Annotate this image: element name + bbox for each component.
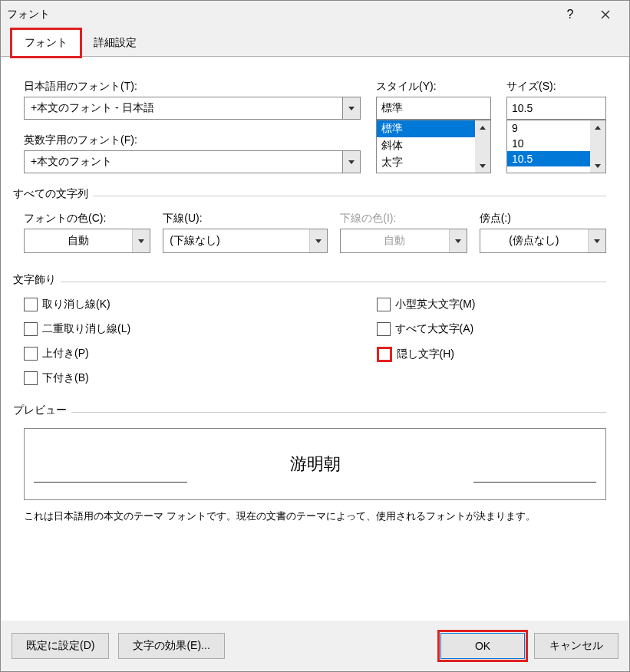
jp-font-dropdown-btn[interactable] [342,97,361,120]
close-icon [601,10,610,19]
list-item[interactable]: 標準 [377,120,475,137]
preview-text: 游明朝 [290,453,341,476]
latin-font-combo[interactable] [24,150,361,173]
underline-color-label: 下線の色(I): [340,212,467,226]
effects-label: 文字飾り [13,273,56,287]
tab-advanced[interactable]: 詳細設定 [81,29,150,57]
underline-color-value: 自動 [341,229,448,252]
list-item[interactable]: 10.5 [507,151,590,166]
font-color-value: 自動 [25,229,132,252]
list-item[interactable]: 斜体 [377,137,475,154]
style-list[interactable]: 標準 斜体 太字 [376,120,491,173]
preview-label: プレビュー [13,404,67,417]
chevron-down-icon [595,164,601,168]
checkbox-strikethrough[interactable]: 取り消し線(K) [24,298,254,311]
preview-note: これは日本語用の本文のテーマ フォントです。現在の文書のテーマによって、使用され… [24,509,606,523]
style-label: スタイル(Y): [376,80,491,94]
ok-button[interactable]: OK [440,633,525,659]
emphasis-dropdown[interactable]: (傍点なし) [480,229,606,253]
tab-font[interactable]: フォント [12,29,81,57]
cancel-button[interactable]: キャンセル [534,633,618,659]
font-color-dropdown[interactable]: 自動 [24,229,150,253]
tab-bar: フォント 詳細設定 [1,28,629,56]
footer: 既定に設定(D) 文字の効果(E)... OK キャンセル [1,621,629,671]
size-label: サイズ(S): [506,80,606,94]
content-area: 日本語用のフォント(T): 英数字用のフォント(F): スタイル(Y): 標準 [1,56,629,621]
size-list[interactable]: 9 10 10.5 [506,120,606,173]
jp-font-input[interactable] [24,97,342,120]
all-text-label: すべての文字列 [13,187,88,201]
font-dialog: フォント ? フォント 詳細設定 日本語用のフォント(T): 英数字用のフォント… [0,0,630,672]
divider [93,196,606,196]
underline-color-dropdown: 自動 [340,229,467,253]
divider [473,482,596,483]
checkbox-subscript[interactable]: 下付き(B) [24,371,254,385]
latin-font-label: 英数字用のフォント(F): [24,133,361,147]
underline-value: (下線なし) [163,229,309,252]
title-bar: フォント ? [1,1,629,28]
chevron-up-icon [480,126,486,130]
list-item[interactable]: 太字 [377,154,475,171]
chevron-down-icon [480,164,486,168]
style-input[interactable] [376,97,491,120]
chevron-down-icon [455,239,461,243]
help-button[interactable]: ? [552,2,588,27]
emphasis-label: 傍点(:) [480,212,606,226]
set-default-button[interactable]: 既定に設定(D) [12,633,109,659]
close-button[interactable] [588,2,623,27]
latin-font-input[interactable] [24,150,342,173]
font-color-label: フォントの色(C): [24,212,150,226]
text-effects-button[interactable]: 文字の効果(E)... [118,633,224,659]
chevron-down-icon [138,239,144,243]
divider [34,482,187,483]
chevron-up-icon [595,126,601,130]
preview-box: 游明朝 [24,428,606,500]
emphasis-value: (傍点なし) [480,229,588,252]
checkbox-hidden[interactable]: 隠し文字(H) [377,347,607,362]
divider [71,412,606,413]
checkbox-small-caps[interactable]: 小型英大文字(M) [377,298,607,311]
checkbox-superscript[interactable]: 上付き(P) [24,347,254,361]
divider [61,282,606,282]
latin-font-dropdown-btn[interactable] [342,150,361,173]
underline-label: 下線(U): [163,212,328,226]
chevron-down-icon [594,239,600,243]
jp-font-label: 日本語用のフォント(T): [24,80,361,94]
chevron-down-icon [315,239,322,243]
underline-dropdown[interactable]: (下線なし) [163,229,328,253]
scrollbar[interactable] [590,120,605,173]
dialog-title: フォント [7,8,552,21]
list-item[interactable]: 10 [507,136,590,151]
scrollbar[interactable] [475,120,490,173]
size-input[interactable] [506,97,606,120]
list-item[interactable]: 9 [507,120,590,136]
jp-font-combo[interactable] [24,97,361,120]
chevron-down-icon [348,160,355,164]
checkbox-all-caps[interactable]: すべて大文字(A) [377,322,607,336]
checkbox-double-strikethrough[interactable]: 二重取り消し線(L) [24,322,254,336]
chevron-down-icon [348,107,355,110]
